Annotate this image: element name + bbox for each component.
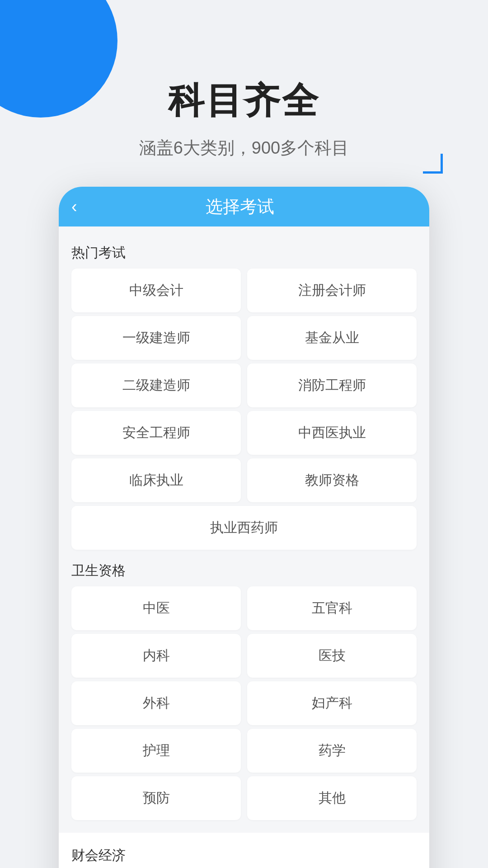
section-label-finance: 财会经济 bbox=[71, 842, 417, 868]
exam-btn-jijincongye[interactable]: 基金从业 bbox=[247, 316, 417, 360]
exam-btn-huli[interactable]: 护理 bbox=[71, 729, 241, 773]
health-row-4: 护理 药学 bbox=[71, 729, 417, 773]
sub-title: 涵盖6大类别，900多个科目 bbox=[0, 137, 488, 160]
health-row-2: 内科 医技 bbox=[71, 634, 417, 678]
app-header-title: 选择考试 bbox=[86, 195, 394, 218]
phone-mockup: ‹ 选择考试 热门考试 中级会计 注册会计师 一级建造师 基金从业 二级建造师 … bbox=[59, 187, 429, 868]
section-label-hot: 热门考试 bbox=[71, 236, 417, 269]
hot-row-3: 二级建造师 消防工程师 bbox=[71, 363, 417, 407]
hot-row-2: 一级建造师 基金从业 bbox=[71, 316, 417, 360]
exam-btn-yiji[interactable]: 医技 bbox=[247, 634, 417, 678]
hot-row-6: 执业西药师 bbox=[71, 506, 417, 550]
exam-btn-linchuang[interactable]: 临床执业 bbox=[71, 458, 241, 502]
exam-btn-wuguanke[interactable]: 五官科 bbox=[247, 586, 417, 630]
exam-btn-zhucekuaijishi[interactable]: 注册会计师 bbox=[247, 269, 417, 312]
exam-btn-yijijijianshi[interactable]: 一级建造师 bbox=[71, 316, 241, 360]
exam-btn-zhongyi[interactable]: 中医 bbox=[71, 586, 241, 630]
header-section: 科目齐全 涵盖6大类别，900多个科目 bbox=[0, 0, 488, 187]
health-row-3: 外科 妇产科 bbox=[71, 681, 417, 725]
exam-btn-xiaofang[interactable]: 消防工程师 bbox=[247, 363, 417, 407]
exam-btn-yaoxue[interactable]: 药学 bbox=[247, 729, 417, 773]
main-title: 科目齐全 bbox=[0, 77, 488, 126]
exam-btn-waike[interactable]: 外科 bbox=[71, 681, 241, 725]
exam-btn-yufang[interactable]: 预防 bbox=[71, 776, 241, 820]
exam-btn-fuchanke[interactable]: 妇产科 bbox=[247, 681, 417, 725]
exam-btn-qita[interactable]: 其他 bbox=[247, 776, 417, 820]
partial-finance-section: 财会经济 初级会计 中级会计 bbox=[59, 833, 429, 868]
section-label-health: 卫生资格 bbox=[71, 553, 417, 586]
exam-btn-anquan[interactable]: 安全工程师 bbox=[71, 411, 241, 455]
hot-row-4: 安全工程师 中西医执业 bbox=[71, 411, 417, 455]
exam-btn-jiaoshi[interactable]: 教师资格 bbox=[247, 458, 417, 502]
exam-btn-zhongxiyizhiye[interactable]: 中西医执业 bbox=[247, 411, 417, 455]
health-row-1: 中医 五官科 bbox=[71, 586, 417, 630]
hot-row-1: 中级会计 注册会计师 bbox=[71, 269, 417, 312]
exam-btn-zhiyeyaoshi[interactable]: 执业西药师 bbox=[71, 506, 417, 550]
exam-btn-erjijianshi[interactable]: 二级建造师 bbox=[71, 363, 241, 407]
app-header: ‹ 选择考试 bbox=[59, 187, 429, 226]
exam-btn-zhongjikuaiji[interactable]: 中级会计 bbox=[71, 269, 241, 312]
back-button[interactable]: ‹ bbox=[71, 197, 77, 217]
exam-btn-neike[interactable]: 内科 bbox=[71, 634, 241, 678]
app-content: 热门考试 中级会计 注册会计师 一级建造师 基金从业 二级建造师 消防工程师 安… bbox=[59, 226, 429, 833]
health-row-5: 预防 其他 bbox=[71, 776, 417, 820]
hot-row-5: 临床执业 教师资格 bbox=[71, 458, 417, 502]
